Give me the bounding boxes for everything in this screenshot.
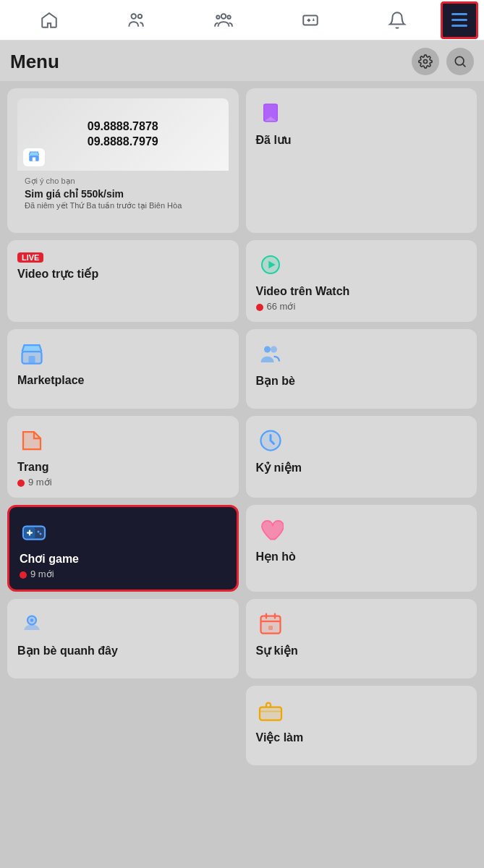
marketplace-listing-card[interactable]: 09.8888.7878 09.8888.7979 Gợi ý cho bạn … — [7, 88, 239, 233]
svg-rect-18 — [29, 356, 35, 364]
friends-card[interactable]: Bạn bè — [246, 329, 477, 409]
svg-point-26 — [38, 531, 40, 533]
nav-home[interactable] — [6, 0, 93, 41]
marketplace-label: Marketplace — [17, 374, 229, 387]
watch-card[interactable]: Video trên Watch 66 mới — [246, 240, 477, 322]
watch-label: Video trên Watch — [256, 285, 467, 298]
gaming-label: Chơi game — [20, 552, 226, 566]
menu-line-1 — [451, 13, 467, 15]
settings-button[interactable] — [412, 48, 439, 75]
nav-friends[interactable] — [93, 0, 179, 41]
saved-card[interactable]: Đã lưu — [246, 88, 477, 233]
events-card[interactable]: Sự kiện — [246, 599, 477, 678]
dating-card[interactable]: Hẹn hò — [246, 505, 477, 592]
saved-label: Đã lưu — [256, 133, 467, 147]
menu-grid: 09.8888.7878 09.8888.7979 Gợi ý cho bạn … — [0, 81, 484, 773]
gaming-card[interactable]: Chơi game 9 mới — [7, 505, 239, 592]
nearby-label: Bạn bè quanh đây — [17, 644, 229, 658]
menu-title: Menu — [10, 51, 59, 73]
svg-rect-34 — [260, 707, 281, 720]
memories-label: Kỷ niệm — [256, 461, 467, 475]
listing-image: 09.8888.7878 09.8888.7979 — [17, 98, 229, 171]
nav-menu-button[interactable] — [441, 1, 478, 39]
svg-rect-10 — [33, 158, 36, 161]
watch-icon — [256, 250, 285, 279]
listing-info: Gợi ý cho bạn Sim giá chỉ 550k/sim Đã ni… — [17, 171, 229, 218]
svg-line-8 — [463, 64, 466, 67]
gaming-badge-dot — [20, 571, 27, 579]
listing-phone1: 09.8888.7878 — [88, 119, 158, 135]
svg-point-0 — [132, 14, 137, 18]
friends-label: Bạn bè — [256, 374, 467, 388]
pages-sub: 9 mới — [17, 477, 229, 488]
nearby-icon — [17, 609, 46, 638]
svg-rect-31 — [260, 616, 280, 634]
pages-label: Trang — [17, 461, 229, 474]
marketplace-icon — [17, 339, 46, 368]
listing-desc: Đã niêm yết Thứ Ba tuần trước tại Biên H… — [25, 201, 221, 210]
svg-point-30 — [30, 618, 34, 622]
pages-icon — [17, 426, 46, 455]
svg-point-19 — [264, 346, 271, 353]
gaming-icon — [20, 517, 48, 546]
dating-icon — [256, 515, 285, 544]
menu-line-3 — [451, 25, 467, 27]
nav-groups[interactable] — [179, 0, 266, 41]
pages-badge-dot — [17, 480, 25, 487]
nearby-card[interactable]: Bạn bè quanh đây — [7, 599, 239, 678]
svg-point-3 — [216, 15, 219, 18]
nav-gaming[interactable] — [267, 0, 354, 41]
search-button[interactable] — [446, 48, 474, 75]
top-nav-bar — [0, 0, 484, 41]
events-label: Sự kiện — [256, 644, 467, 658]
menu-header-actions — [412, 48, 474, 75]
jobs-label: Việc làm — [256, 731, 467, 744]
memories-icon — [256, 426, 285, 455]
svg-point-1 — [138, 14, 142, 17]
listing-title: Sim giá chỉ 550k/sim — [25, 188, 221, 200]
svg-point-2 — [221, 14, 226, 18]
svg-point-7 — [455, 56, 464, 65]
live-badge: LIVE — [17, 252, 43, 263]
pages-card[interactable]: Trang 9 mới — [7, 416, 239, 498]
live-label: Video trực tiếp — [17, 267, 229, 281]
listing-phone2: 09.8888.7979 — [88, 135, 158, 150]
watch-sub: 66 mới — [256, 301, 467, 312]
jobs-icon — [256, 696, 285, 725]
listing-suggest: Gợi ý cho bạn — [25, 176, 221, 186]
friends-icon — [256, 339, 285, 368]
svg-point-20 — [271, 346, 277, 353]
nav-notifications[interactable] — [354, 0, 441, 41]
gaming-sub: 9 mới — [20, 569, 226, 579]
marketplace-card[interactable]: Marketplace — [7, 329, 239, 409]
menu-header: Menu — [0, 41, 484, 81]
svg-point-27 — [40, 533, 42, 535]
watch-badge-dot — [256, 304, 263, 311]
live-video-card[interactable]: LIVE Video trực tiếp — [7, 240, 239, 322]
saved-icon — [256, 98, 285, 127]
svg-rect-33 — [268, 626, 273, 630]
svg-point-6 — [424, 60, 428, 64]
dating-label: Hẹn hò — [256, 550, 467, 563]
events-icon — [256, 609, 285, 638]
menu-line-2 — [451, 19, 467, 21]
shop-icon-badge — [23, 148, 45, 166]
memories-card[interactable]: Kỷ niệm — [246, 416, 477, 498]
jobs-card[interactable]: Việc làm — [246, 686, 477, 765]
svg-point-4 — [227, 15, 230, 18]
